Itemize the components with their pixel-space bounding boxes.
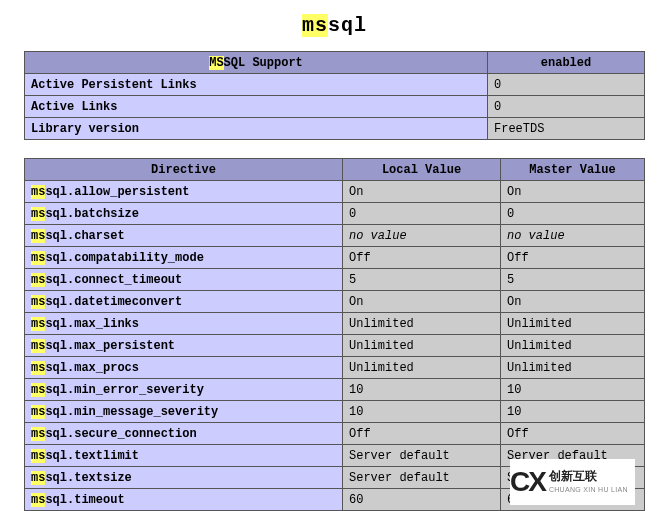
directive-local: Unlimited xyxy=(343,357,501,379)
directive-local: Server default xyxy=(343,445,501,467)
directive-name: mssql.textlimit xyxy=(25,445,343,467)
directive-local: Unlimited xyxy=(343,313,501,335)
support-row-value: 0 xyxy=(488,74,645,96)
directive-name: mssql.datetimeconvert xyxy=(25,291,343,313)
support-header-rest: SQL Support xyxy=(224,56,303,70)
directive-master: On xyxy=(501,181,645,203)
support-row-label: Active Links xyxy=(25,96,488,118)
directive-name: mssql.allow_persistent xyxy=(25,181,343,203)
directive-name: mssql.secure_connection xyxy=(25,423,343,445)
directive-local: no value xyxy=(343,225,501,247)
directive-local: On xyxy=(343,291,501,313)
support-header-highlight: MS xyxy=(209,56,223,70)
directive-local: 10 xyxy=(343,379,501,401)
directive-local: 10 xyxy=(343,401,501,423)
directive-name: mssql.charset xyxy=(25,225,343,247)
directive-name: mssql.batchsize xyxy=(25,203,343,225)
directive-name: mssql.compatability_mode xyxy=(25,247,343,269)
logo-py: CHUANG XIN HU LIAN xyxy=(549,486,628,493)
directives-header-directive: Directive xyxy=(25,159,343,181)
title-highlight: ms xyxy=(302,14,328,37)
directive-master: On xyxy=(501,291,645,313)
directive-master: Unlimited xyxy=(501,313,645,335)
directive-master: 10 xyxy=(501,401,645,423)
support-table: MSSQL Support enabled Active Persistent … xyxy=(24,51,645,140)
directive-master: 5 xyxy=(501,269,645,291)
logo-initials: CX xyxy=(510,468,545,496)
directive-name: mssql.min_error_severity xyxy=(25,379,343,401)
brand-logo: CX 创新互联 CHUANG XIN HU LIAN xyxy=(510,459,635,505)
support-row-label: Active Persistent Links xyxy=(25,74,488,96)
page-title: mssql xyxy=(24,14,645,37)
directive-name: mssql.max_persistent xyxy=(25,335,343,357)
directive-master: Unlimited xyxy=(501,357,645,379)
directive-local: 60 xyxy=(343,489,501,511)
support-row-value: 0 xyxy=(488,96,645,118)
directive-master: Unlimited xyxy=(501,335,645,357)
directives-header-master: Master Value xyxy=(501,159,645,181)
support-header-status: enabled xyxy=(488,52,645,74)
support-row-label: Library version xyxy=(25,118,488,140)
directive-local: 0 xyxy=(343,203,501,225)
directive-master: 10 xyxy=(501,379,645,401)
directive-master: no value xyxy=(501,225,645,247)
directive-name: mssql.connect_timeout xyxy=(25,269,343,291)
logo-cn: 创新互联 xyxy=(549,469,597,483)
directive-local: On xyxy=(343,181,501,203)
directive-name: mssql.max_procs xyxy=(25,357,343,379)
directive-name: mssql.max_links xyxy=(25,313,343,335)
directive-name: mssql.min_message_severity xyxy=(25,401,343,423)
support-header-name: MSSQL Support xyxy=(25,52,488,74)
directives-header-local: Local Value xyxy=(343,159,501,181)
support-row-value: FreeTDS xyxy=(488,118,645,140)
directive-local: 5 xyxy=(343,269,501,291)
directive-local: Off xyxy=(343,247,501,269)
directive-master: Off xyxy=(501,247,645,269)
directive-master: 0 xyxy=(501,203,645,225)
directive-name: mssql.timeout xyxy=(25,489,343,511)
directive-local: Server default xyxy=(343,467,501,489)
directive-local: Unlimited xyxy=(343,335,501,357)
directive-name: mssql.textsize xyxy=(25,467,343,489)
directive-local: Off xyxy=(343,423,501,445)
directive-master: Off xyxy=(501,423,645,445)
title-rest: sql xyxy=(328,14,367,37)
